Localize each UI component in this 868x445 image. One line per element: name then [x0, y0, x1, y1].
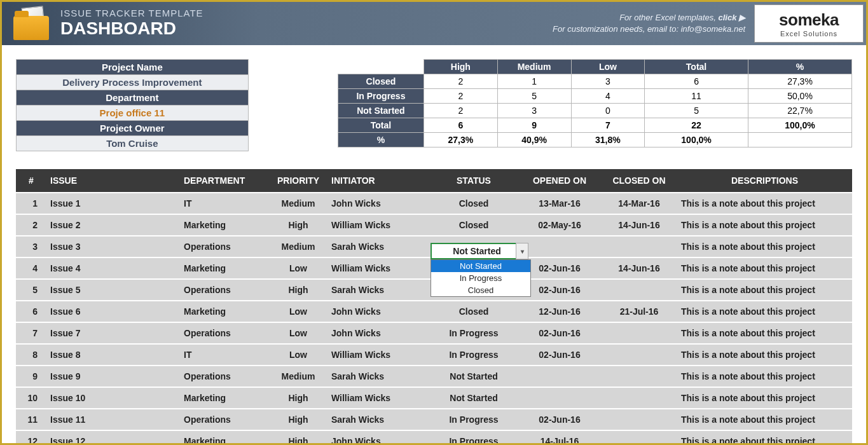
cell-num[interactable]: 4: [16, 257, 46, 279]
cell-dept[interactable]: Marketing: [180, 214, 269, 236]
cell-opened[interactable]: 12-Jun-16: [518, 301, 601, 322]
cell-closed[interactable]: [601, 409, 677, 430]
cell-status[interactable]: In Progress: [429, 322, 518, 344]
cell-desc[interactable]: This is a note about this project: [677, 387, 852, 409]
cell-initiator[interactable]: Sarah Wicks: [327, 236, 429, 257]
cell-opened[interactable]: 13-Mar-16: [518, 193, 601, 214]
cell-closed[interactable]: 21-Jul-16: [601, 301, 677, 322]
cell-issue[interactable]: Issue 6: [46, 301, 180, 322]
cell-num[interactable]: 6: [16, 301, 46, 322]
cell-issue[interactable]: Issue 12: [46, 430, 180, 445]
cell-priority[interactable]: Low: [269, 322, 327, 344]
cell-status[interactable]: Closed: [429, 193, 518, 214]
info-value-project[interactable]: Delivery Process Improvement: [17, 75, 249, 90]
chevron-down-icon[interactable]: ▾: [516, 243, 528, 259]
someka-logo[interactable]: someka Excel Solutions: [754, 4, 864, 43]
cell-num[interactable]: 3: [16, 236, 46, 257]
cell-priority[interactable]: High: [269, 430, 327, 445]
cell-closed[interactable]: [601, 322, 677, 344]
cell-closed[interactable]: [601, 366, 677, 387]
cell-num[interactable]: 2: [16, 214, 46, 236]
cell-priority[interactable]: Low: [269, 257, 327, 279]
cell-desc[interactable]: This is a note about this project: [677, 409, 852, 430]
cell-dept[interactable]: IT: [180, 344, 269, 366]
table-row[interactable]: 12Issue 12MarketingHighJohn WicksIn Prog…: [16, 430, 852, 445]
cell-num[interactable]: 8: [16, 344, 46, 366]
cell-priority[interactable]: High: [269, 279, 327, 301]
table-row[interactable]: 8Issue 8ITLowWilliam WicksIn Progress02-…: [16, 344, 852, 366]
cell-initiator[interactable]: John Wicks: [327, 322, 429, 344]
cell-issue[interactable]: Issue 1: [46, 193, 180, 214]
cell-num[interactable]: 12: [16, 430, 46, 445]
cell-status[interactable]: Closed: [429, 301, 518, 322]
cell-closed[interactable]: [601, 236, 677, 257]
cell-initiator[interactable]: William Wicks: [327, 344, 429, 366]
cell-status[interactable]: In Progress: [429, 409, 518, 430]
cell-num[interactable]: 11: [16, 409, 46, 430]
cell-closed[interactable]: 14-Jun-16: [601, 214, 677, 236]
info-value-dept[interactable]: Proje office 11: [17, 106, 249, 121]
dropdown-option[interactable]: Not Started: [431, 260, 530, 272]
table-row[interactable]: 6Issue 6MarketingLowJohn WicksClosed12-J…: [16, 301, 852, 322]
status-dropdown-list[interactable]: Not StartedIn ProgressClosed: [431, 259, 531, 297]
cell-closed[interactable]: 14-Mar-16: [601, 193, 677, 214]
cell-status[interactable]: Not Started: [429, 387, 518, 409]
cell-status[interactable]: Not Started: [429, 366, 518, 387]
cell-initiator[interactable]: William Wicks: [327, 387, 429, 409]
cell-priority[interactable]: Low: [269, 301, 327, 322]
cell-closed[interactable]: [601, 344, 677, 366]
dropdown-option[interactable]: In Progress: [431, 272, 530, 284]
cell-desc[interactable]: This is a note about this project: [677, 430, 852, 445]
table-row[interactable]: 11Issue 11OperationsHighSarah WicksIn Pr…: [16, 409, 852, 430]
cell-issue[interactable]: Issue 9: [46, 366, 180, 387]
table-row[interactable]: 7Issue 7OperationsLowJohn WicksIn Progre…: [16, 322, 852, 344]
cell-opened[interactable]: 14-Jul-16: [518, 430, 601, 445]
cell-dept[interactable]: Operations: [180, 409, 269, 430]
cell-opened[interactable]: 02-Jun-16: [518, 322, 601, 344]
cell-issue[interactable]: Issue 8: [46, 344, 180, 366]
cell-status[interactable]: In Progress: [429, 430, 518, 445]
cell-closed[interactable]: 14-Jun-16: [601, 257, 677, 279]
table-row[interactable]: 1Issue 1ITMediumJohn WicksClosed13-Mar-1…: [16, 193, 852, 214]
cell-closed[interactable]: [601, 430, 677, 445]
cell-num[interactable]: 9: [16, 366, 46, 387]
cell-initiator[interactable]: Sarah Wicks: [327, 366, 429, 387]
status-select[interactable]: Not Started: [431, 243, 523, 259]
cell-priority[interactable]: High: [269, 409, 327, 430]
cell-num[interactable]: 10: [16, 387, 46, 409]
cell-num[interactable]: 5: [16, 279, 46, 301]
cell-issue[interactable]: Issue 7: [46, 322, 180, 344]
table-row[interactable]: 10Issue 10MarketingHighWilliam WicksNot …: [16, 387, 852, 409]
cell-dept[interactable]: Marketing: [180, 430, 269, 445]
cell-issue[interactable]: Issue 11: [46, 409, 180, 430]
cell-opened[interactable]: 02-Jun-16: [518, 409, 601, 430]
cell-opened[interactable]: [518, 387, 601, 409]
cell-dept[interactable]: IT: [180, 193, 269, 214]
cell-priority[interactable]: Low: [269, 344, 327, 366]
cell-issue[interactable]: Issue 4: [46, 257, 180, 279]
cell-desc[interactable]: This is a note about this project: [677, 193, 852, 214]
cell-num[interactable]: 7: [16, 322, 46, 344]
cell-dept[interactable]: Marketing: [180, 257, 269, 279]
cell-num[interactable]: 1: [16, 193, 46, 214]
cell-desc[interactable]: This is a note about this project: [677, 366, 852, 387]
cell-opened[interactable]: [518, 366, 601, 387]
cell-dept[interactable]: Operations: [180, 322, 269, 344]
cell-dept[interactable]: Operations: [180, 279, 269, 301]
cell-desc[interactable]: This is a note about this project: [677, 344, 852, 366]
cell-desc[interactable]: This is a note about this project: [677, 301, 852, 322]
cell-dept[interactable]: Operations: [180, 366, 269, 387]
cell-initiator[interactable]: Sarah Wicks: [327, 409, 429, 430]
cell-dept[interactable]: Marketing: [180, 387, 269, 409]
dropdown-option[interactable]: Closed: [431, 284, 530, 296]
info-value-owner[interactable]: Tom Cruise: [17, 136, 249, 151]
cell-issue[interactable]: Issue 10: [46, 387, 180, 409]
cell-priority[interactable]: Medium: [269, 193, 327, 214]
table-row[interactable]: 2Issue 2MarketingHighWilliam WicksClosed…: [16, 214, 852, 236]
cell-priority[interactable]: Medium: [269, 366, 327, 387]
cell-initiator[interactable]: William Wicks: [327, 214, 429, 236]
cell-desc[interactable]: This is a note about this project: [677, 214, 852, 236]
cell-issue[interactable]: Issue 5: [46, 279, 180, 301]
cell-closed[interactable]: [601, 387, 677, 409]
cell-dept[interactable]: Marketing: [180, 301, 269, 322]
